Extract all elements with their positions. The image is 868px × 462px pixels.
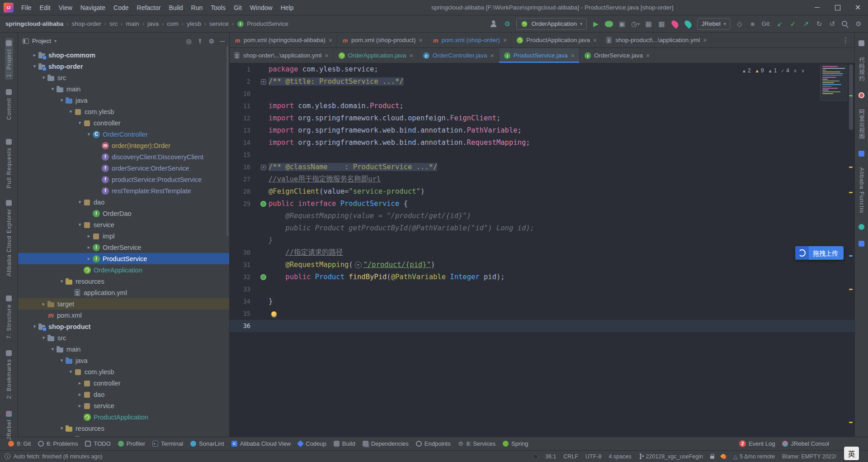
tree-row[interactable]: ProductApplication <box>18 411 229 423</box>
toolkit-icon[interactable] <box>858 222 865 232</box>
feign-client-gutter-icon[interactable] <box>260 274 266 280</box>
tree-row[interactable]: ▸service <box>18 400 229 411</box>
close-tab-icon[interactable]: × <box>410 52 413 59</box>
tree-row[interactable]: ▾dao <box>18 196 229 208</box>
tree-row[interactable]: ▾shop-product <box>18 321 229 332</box>
fold-marker-icon[interactable]: + <box>261 165 266 170</box>
inspection-count[interactable]: ▲9 <box>755 67 764 74</box>
project-tree[interactable]: ▸shop-commom▾shop-order▾src▾main▾java▾co… <box>18 49 229 437</box>
tree-row[interactable]: mpom.xml <box>18 310 229 321</box>
breadcrumb-item[interactable]: java <box>147 20 159 27</box>
close-tab-icon[interactable]: × <box>503 37 507 44</box>
editor-scrollbar[interactable] <box>849 64 853 130</box>
commit-toolwindow-button[interactable]: Commit <box>5 87 13 122</box>
tree-row[interactable]: ▸shop-commom <box>18 49 229 61</box>
hide-panel-button[interactable]: ─ <box>220 38 225 45</box>
caret-position[interactable]: 36:1 <box>545 453 556 460</box>
tree-row[interactable]: OrderApplication <box>18 264 229 276</box>
highlight-level-icon[interactable] <box>533 454 538 459</box>
close-tab-icon[interactable]: × <box>571 52 575 59</box>
git-update-button[interactable]: ↙ <box>776 19 784 29</box>
tree-chevron-icon[interactable]: ▾ <box>85 131 93 137</box>
tree-row[interactable]: ▸IProductService <box>18 253 229 264</box>
tree-row[interactable]: frestTemplate:RestTemplate <box>18 185 229 196</box>
cloud-tool-icon[interactable] <box>858 238 865 249</box>
breadcrumb-item[interactable]: main <box>126 20 139 27</box>
tree-row[interactable]: application.yml <box>18 287 229 298</box>
tree-chevron-icon[interactable]: ▸ <box>85 256 93 262</box>
alibaba-cloud-view-tool[interactable]: 阿里云视图 <box>856 107 867 142</box>
editor-tab[interactable]: IOrderService.java× <box>580 48 655 63</box>
dependencies-toolwindow-button[interactable]: Dependencies <box>359 437 412 451</box>
tree-chevron-icon[interactable]: ▸ <box>76 403 84 409</box>
encoding[interactable]: UTF-8 <box>585 453 601 460</box>
tree-chevron-icon[interactable]: ▸ <box>76 391 84 397</box>
commits-status[interactable]: △5 Δ/no remote <box>733 453 775 460</box>
menu-run[interactable]: Run <box>187 2 207 14</box>
menu-edit[interactable]: Edit <box>36 2 55 14</box>
menu-window[interactable]: Window <box>246 2 277 14</box>
jrebel-run-button[interactable] <box>670 19 679 29</box>
capture-icon[interactable]: ◇ <box>736 19 744 29</box>
error-stripe-mark[interactable] <box>849 192 853 193</box>
git-push-button[interactable]: ↗ <box>802 19 810 29</box>
tree-chevron-icon[interactable]: ▾ <box>67 109 75 114</box>
breadcrumb-item[interactable]: ProductService <box>247 20 288 27</box>
tree-chevron-icon[interactable]: ▾ <box>58 278 66 284</box>
error-stripe-mark[interactable] <box>849 422 853 423</box>
tree-row[interactable]: ▾main <box>18 343 229 355</box>
next-problem-button[interactable]: ∨ <box>801 68 805 74</box>
tree-row[interactable]: application.yml <box>18 434 229 437</box>
tree-chevron-icon[interactable]: ▾ <box>40 335 47 341</box>
prev-problem-button[interactable]: ∧ <box>793 68 797 74</box>
minimize-button[interactable] <box>807 0 827 15</box>
tree-row[interactable]: ▾src <box>18 332 229 343</box>
editor-tab[interactable]: mpom.xml (springcloud-alibaba)× <box>230 33 337 48</box>
tree-row[interactable]: ▾COrderController <box>18 129 229 140</box>
close-tab-icon[interactable]: × <box>593 37 597 44</box>
git-branch[interactable]: 220128_xgc_useFegin <box>638 453 703 460</box>
code-guidelines-tool[interactable]: 代码规约 <box>856 55 867 84</box>
codeup-toolwindow-button[interactable]: Codeup <box>294 437 330 451</box>
tree-row[interactable]: ▾main <box>18 83 229 95</box>
close-tab-icon[interactable]: × <box>646 52 650 59</box>
build-toolwindow-button[interactable]: Build <box>330 437 359 451</box>
tree-chevron-icon[interactable]: ▾ <box>31 324 38 329</box>
tree-row[interactable]: morder(Integer):Order <box>18 140 229 151</box>
jrebel-flame[interactable] <box>722 454 726 459</box>
todo-toolwindow-button[interactable]: TODO <box>81 437 114 451</box>
tree-chevron-icon[interactable]: ▾ <box>49 346 57 352</box>
editor-tab[interactable]: ProductApplication.java× <box>512 33 602 48</box>
tree-chevron-icon[interactable]: ▾ <box>49 86 57 92</box>
tree-row[interactable]: fproductService:ProductService <box>18 174 229 185</box>
tree-row[interactable]: forderService:OrderService <box>18 162 229 174</box>
project-tree-scrollbar[interactable] <box>226 46 228 236</box>
tab-list-menu-icon[interactable]: ⋮ <box>837 33 854 48</box>
tree-row[interactable]: ▾controller <box>18 117 229 129</box>
close-button[interactable]: ✕ <box>848 0 868 15</box>
layout-widget-icon[interactable] <box>858 38 865 48</box>
breadcrumb-item[interactable]: src <box>109 20 118 27</box>
run-config-select[interactable]: OrderApplication▾ <box>516 18 587 30</box>
structure-toolwindow-button[interactable]: 7: Structure <box>5 293 13 341</box>
editor-tab[interactable]: shop-order\...\application.yml× <box>230 48 334 63</box>
close-tab-icon[interactable]: × <box>329 37 332 44</box>
alibaba-cloud-view-toolwindow-button[interactable]: CAlibaba Cloud View <box>228 437 295 451</box>
close-tab-icon[interactable]: × <box>703 37 707 44</box>
stop-button[interactable]: ■ <box>749 19 757 29</box>
inspection-count[interactable]: ✓4 <box>781 67 789 74</box>
coverage-button[interactable]: ▣ <box>618 19 626 29</box>
menu-code[interactable]: Code <box>109 2 132 14</box>
editor-tab[interactable]: IProductService.java× <box>499 48 580 63</box>
debug-button[interactable] <box>605 21 613 27</box>
settings-button[interactable]: ⚙ <box>854 19 863 29</box>
tree-row[interactable]: ▸impl <box>18 230 229 242</box>
collapse-all-button[interactable]: ⇑ <box>198 38 203 45</box>
chevron-down-icon[interactable]: ▾ <box>54 38 57 43</box>
breadcrumb-item[interactable]: springcloud-alibaba <box>5 20 63 27</box>
close-tab-icon[interactable]: × <box>325 52 328 59</box>
tree-row[interactable]: ▾shop-order <box>18 61 229 72</box>
search-everywhere-button[interactable] <box>841 20 849 28</box>
error-stripe-mark[interactable] <box>849 95 853 96</box>
alibaba-cloud-explorer-toolwindow-button[interactable]: Alibaba Cloud Explorer <box>5 198 13 279</box>
